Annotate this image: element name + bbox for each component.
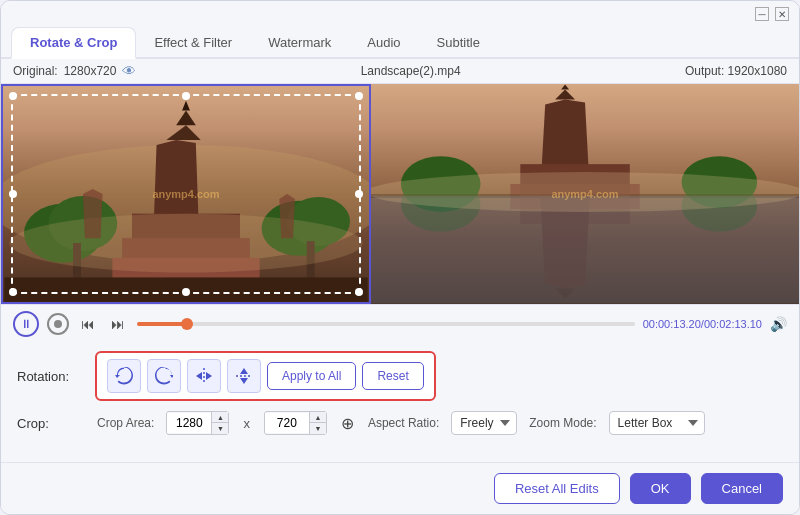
tab-effect-filter[interactable]: Effect & Filter [136, 28, 250, 57]
playback-bar: ⏸ ⏮ ⏭ 00:00:13.20/00:02:13.10 🔊 [1, 304, 799, 343]
reset-rotation-button[interactable]: Reset [362, 362, 423, 390]
main-window: ─ ✕ Rotate & Crop Effect & Filter Waterm… [0, 0, 800, 515]
bottom-bar: Reset All Edits OK Cancel [1, 462, 799, 514]
svg-point-16 [9, 214, 362, 273]
eye-icon[interactable]: 👁 [122, 63, 136, 79]
x-separator: x [243, 416, 250, 431]
flip-v-icon [235, 367, 253, 385]
svg-marker-21 [561, 85, 569, 90]
time-current: 00:00:13.20 [643, 318, 701, 330]
prev-frame-button[interactable]: ⏮ [77, 314, 99, 334]
video-info-bar: Original: 1280x720 👁 Landscape(2).mp4 Ou… [1, 59, 799, 84]
rotation-row: Rotation: [17, 351, 783, 401]
crop-label: Crop: [17, 416, 85, 431]
crop-width-down[interactable]: ▼ [212, 423, 228, 434]
svg-point-33 [371, 172, 799, 212]
crop-height-spinner: ▲ ▼ [309, 412, 326, 434]
aspect-ratio-select[interactable]: Freely 16:9 4:3 1:1 9:16 [451, 411, 517, 435]
crop-height-input-group: ▲ ▼ [264, 411, 327, 435]
rotate-ccw-button[interactable] [107, 359, 141, 393]
video-frames: anymp4.com [1, 84, 799, 304]
progress-track[interactable] [137, 322, 635, 326]
tab-bar: Rotate & Crop Effect & Filter Watermark … [1, 27, 799, 59]
record-dot [54, 320, 62, 328]
controls-area: Rotation: [1, 343, 799, 462]
temple-svg-left [3, 86, 369, 302]
rotation-box: Apply to All Reset [95, 351, 436, 401]
svg-marker-36 [206, 372, 212, 380]
crop-height-up[interactable]: ▲ [310, 412, 326, 423]
crop-width-input[interactable] [167, 413, 211, 433]
svg-marker-3 [166, 125, 200, 140]
original-resolution: 1280x720 [64, 64, 117, 78]
record-button[interactable] [47, 313, 69, 335]
ok-button[interactable]: OK [630, 473, 691, 504]
time-total: 00:02:13.10 [704, 318, 762, 330]
tab-audio[interactable]: Audio [349, 28, 418, 57]
flip-horizontal-button[interactable] [187, 359, 221, 393]
crop-height-down[interactable]: ▼ [310, 423, 326, 434]
cancel-button[interactable]: Cancel [701, 473, 783, 504]
flip-vertical-button[interactable] [227, 359, 261, 393]
reset-all-edits-button[interactable]: Reset All Edits [494, 473, 620, 504]
crop-width-input-group: ▲ ▼ [166, 411, 229, 435]
zoom-mode-select[interactable]: Letter Box Pan & Scan Full [609, 411, 705, 435]
rotation-label: Rotation: [17, 369, 85, 384]
tab-rotate-crop[interactable]: Rotate & Crop [11, 27, 136, 59]
tab-subtitle[interactable]: Subtitle [419, 28, 498, 57]
minimize-button[interactable]: ─ [755, 7, 769, 21]
rotate-cw-icon [155, 367, 173, 385]
video-left-inner: anymp4.com [3, 86, 369, 302]
filename: Landscape(2).mp4 [361, 64, 461, 78]
progress-fill [137, 322, 187, 326]
crop-width-spinner: ▲ ▼ [211, 412, 228, 434]
svg-marker-35 [196, 372, 202, 380]
temple-svg-right [371, 84, 799, 304]
svg-marker-18 [279, 194, 295, 238]
crop-crosshair-icon: ⊕ [341, 414, 354, 433]
title-bar: ─ ✕ [1, 1, 799, 27]
svg-marker-4 [176, 111, 196, 126]
tab-watermark[interactable]: Watermark [250, 28, 349, 57]
apply-to-all-button[interactable]: Apply to All [267, 362, 356, 390]
svg-marker-39 [240, 378, 248, 384]
output-info: Output: 1920x1080 [685, 64, 787, 78]
svg-marker-17 [83, 189, 103, 238]
crop-width-up[interactable]: ▲ [212, 412, 228, 423]
video-preview-right: anymp4.com [371, 84, 799, 304]
rotate-ccw-icon [115, 367, 133, 385]
original-label: Original: [13, 64, 58, 78]
svg-marker-5 [182, 101, 190, 111]
next-frame-button[interactable]: ⏭ [107, 314, 129, 334]
crop-height-input[interactable] [265, 413, 309, 433]
pause-button[interactable]: ⏸ [13, 311, 39, 337]
svg-marker-38 [240, 368, 248, 374]
time-display: 00:00:13.20/00:02:13.10 [643, 318, 762, 330]
video-preview-left: anymp4.com [1, 84, 371, 304]
crop-area-label: Crop Area: [97, 416, 154, 430]
progress-thumb[interactable] [181, 318, 193, 330]
aspect-ratio-label: Aspect Ratio: [368, 416, 439, 430]
volume-icon[interactable]: 🔊 [770, 316, 787, 332]
svg-marker-20 [555, 89, 575, 99]
flip-h-icon [195, 367, 213, 385]
original-info: Original: 1280x720 👁 [13, 63, 136, 79]
svg-rect-15 [4, 277, 367, 302]
rotate-cw-button[interactable] [147, 359, 181, 393]
crop-row: Crop: Crop Area: ▲ ▼ x ▲ ▼ ⊕ Aspect Rati… [17, 411, 783, 435]
close-button[interactable]: ✕ [775, 7, 789, 21]
zoom-mode-label: Zoom Mode: [529, 416, 596, 430]
svg-rect-32 [371, 196, 799, 303]
